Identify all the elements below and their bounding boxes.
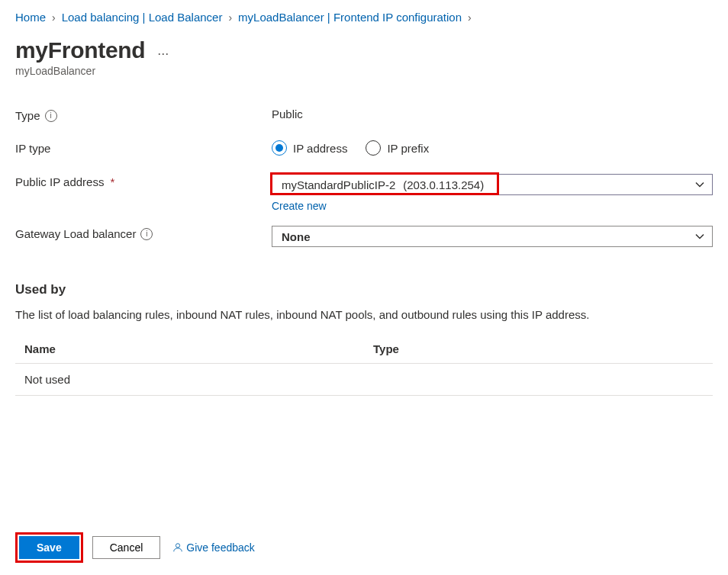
radio-ip-address[interactable]: IP address [272,140,347,156]
chevron-down-icon [695,232,704,241]
cell-type [364,364,713,396]
type-value: Public [272,108,303,120]
chevron-down-icon [695,180,704,189]
cancel-button[interactable]: Cancel [92,536,161,559]
gateway-lb-label: Gateway Load balancer [15,227,136,240]
cell-name: Not used [15,364,364,396]
table-header-row: Name Type [15,335,713,364]
radio-label: IP prefix [387,142,429,155]
radio-dot-icon [272,140,287,156]
highlight-box: Save [15,532,83,563]
feedback-label: Give feedback [186,541,255,554]
info-icon[interactable]: i [140,228,153,240]
used-by-heading: Used by [15,282,713,297]
used-by-description: The list of load balancing rules, inboun… [15,308,713,321]
chevron-right-icon: › [468,11,472,24]
gateway-lb-value: None [282,230,311,243]
required-mark: * [110,175,114,188]
feedback-icon [172,542,183,553]
breadcrumb-home[interactable]: Home [15,11,46,24]
radio-ip-prefix[interactable]: IP prefix [366,140,429,156]
page-subtitle: myLoadBalancer [15,65,713,77]
iptype-radio-group: IP address IP prefix [272,140,713,156]
used-by-table: Name Type Not used [15,335,713,396]
col-name: Name [15,335,364,364]
table-row: Not used [15,364,713,396]
public-ip-select[interactable]: myStandardPublicIP-2 (203.0.113.254) [272,174,713,195]
iptype-label: IP type [15,142,50,155]
public-ip-name: myStandardPublicIP-2 [282,178,395,191]
footer: Save Cancel Give feedback [0,523,728,575]
more-button[interactable]: ··· [157,40,169,62]
breadcrumb: Home › Load balancing | Load Balancer › … [15,11,713,24]
form: Type i Public IP type IP address [15,108,713,247]
create-new-link[interactable]: Create new [272,200,327,212]
type-label: Type [15,109,40,122]
save-button[interactable]: Save [19,536,79,559]
breadcrumb-frontend-ip[interactable]: myLoadBalancer | Frontend IP configurati… [238,11,462,24]
chevron-right-icon: › [52,11,56,24]
give-feedback-link[interactable]: Give feedback [172,541,255,554]
radio-dot-icon [366,140,381,156]
page-header: myFrontend ··· myLoadBalancer [15,37,713,77]
public-ip-value: (203.0.113.254) [403,178,484,191]
gateway-lb-select[interactable]: None [272,226,713,247]
page-title: myFrontend [15,37,145,63]
public-ip-label: Public IP address [15,175,104,188]
breadcrumb-loadbalancing[interactable]: Load balancing | Load Balancer [62,11,223,24]
chevron-right-icon: › [228,11,232,24]
radio-label: IP address [293,142,347,155]
col-type: Type [364,335,713,364]
info-icon[interactable]: i [45,110,57,122]
